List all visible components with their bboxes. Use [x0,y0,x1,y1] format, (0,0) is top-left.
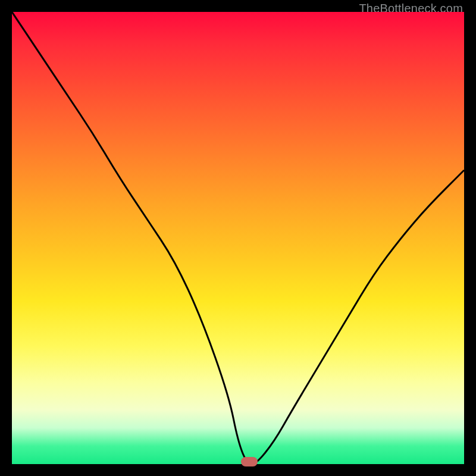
bottleneck-curve [12,12,464,464]
optimal-marker [241,457,258,466]
plot-area [12,12,464,464]
curve-line [12,12,464,464]
chart-container: TheBottleneck.com [0,0,476,476]
